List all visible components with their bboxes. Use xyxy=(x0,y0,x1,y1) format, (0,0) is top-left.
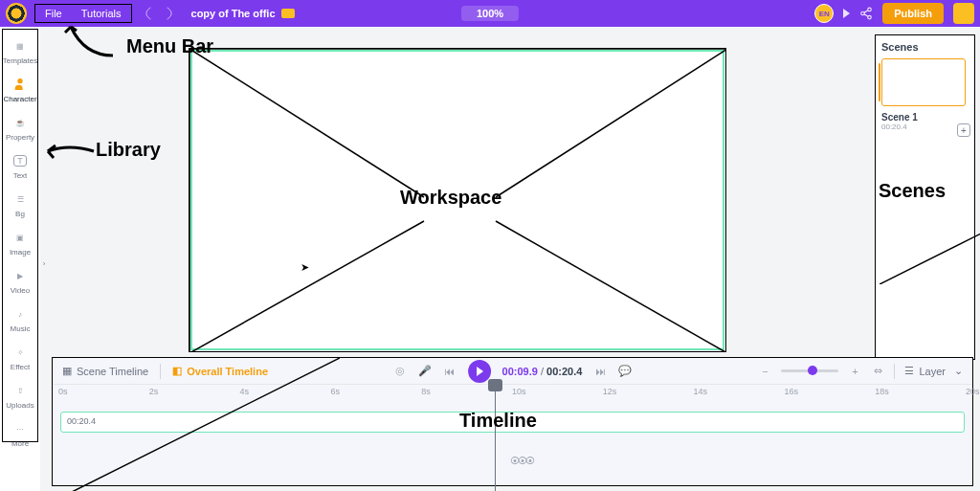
zoom-in-icon[interactable]: + xyxy=(848,365,861,378)
add-scene-button[interactable]: + xyxy=(957,123,970,137)
sidebar-item-more[interactable]: ⋯More xyxy=(0,415,40,454)
play-button[interactable] xyxy=(468,360,491,383)
sidebar-item-label: Character xyxy=(3,95,36,103)
tab-label: Scene Timeline xyxy=(77,366,148,377)
cursor-icon: ➤ xyxy=(301,261,309,274)
sidebar-item-image[interactable]: ▣Image xyxy=(0,224,40,262)
subtitle-icon[interactable]: 💬 xyxy=(618,365,632,378)
chevron-down-icon: ⌄ xyxy=(954,365,963,377)
sidebar-item-text[interactable]: TText xyxy=(0,147,40,186)
sidebar-item-character[interactable]: Character xyxy=(0,71,40,109)
title-badge-icon xyxy=(281,9,295,18)
sidebar-item-label: Video xyxy=(11,286,30,295)
undo-icon[interactable] xyxy=(143,7,156,20)
next-icon[interactable]: ⏭ xyxy=(593,365,607,378)
sidebar-item-label: Music xyxy=(11,324,31,333)
zoom-out-icon[interactable]: − xyxy=(758,365,771,378)
scenes-title: Scenes xyxy=(881,41,969,53)
image-icon: ▣ xyxy=(12,230,28,245)
timeline-tracks[interactable]: 00:20.4 ⦿⦿⦿ xyxy=(53,402,972,469)
timeline-panel: ▦Scene Timeline ◧Overall Timeline ◎ 🎤 ⏮ … xyxy=(52,357,973,486)
sidebar-item-uploads[interactable]: ⇧Uploads xyxy=(0,377,40,415)
track-row[interactable]: 00:20.4 xyxy=(60,412,965,433)
expand-sidebar-icon[interactable]: › xyxy=(40,249,48,278)
file-menu[interactable]: File xyxy=(35,5,72,22)
sidebar-item-label: Effect xyxy=(11,363,30,371)
redo-icon[interactable] xyxy=(160,7,173,20)
bg-icon: ☰ xyxy=(12,191,28,207)
sidebar-item-property[interactable]: ☕Property xyxy=(0,109,40,147)
templates-icon: ▦ xyxy=(12,38,28,54)
sidebar-item-label: Text xyxy=(13,171,28,180)
more-icon: ⋯ xyxy=(12,421,28,436)
fit-icon[interactable]: ⇔ xyxy=(871,365,884,378)
track-duration: 00:20.4 xyxy=(67,416,96,426)
timeline-tab-icon: ◧ xyxy=(172,365,182,377)
app-logo-icon[interactable] xyxy=(6,3,27,24)
language-button[interactable]: EN xyxy=(814,4,834,23)
workspace-canvas[interactable] xyxy=(190,50,724,350)
publish-button[interactable]: Publish xyxy=(882,3,944,24)
timeline-ruler[interactable]: 0s2s4s6s8s10s12s14s16s18s20s xyxy=(53,385,972,402)
library-sidebar: ▦Templates Character ☕Property TText ☰Bg… xyxy=(0,27,40,491)
sidebar-item-music[interactable]: ♪Music xyxy=(0,301,40,339)
sidebar-item-label: Property xyxy=(6,133,34,142)
grip-icon[interactable]: ⦿⦿⦿ xyxy=(510,456,533,466)
svg-line-4 xyxy=(864,14,868,16)
svg-point-1 xyxy=(861,11,865,15)
layer-label: Layer xyxy=(919,366,946,377)
property-icon: ☕ xyxy=(12,115,28,130)
svg-point-2 xyxy=(868,15,872,19)
sidebar-item-label: Uploads xyxy=(6,401,33,410)
svg-point-0 xyxy=(868,8,872,11)
layer-icon: ☰ xyxy=(904,365,914,377)
scene-duration: 00:20.4 xyxy=(881,123,969,131)
sidebar-item-label: Image xyxy=(10,248,31,257)
tab-overall-timeline[interactable]: ◧Overall Timeline xyxy=(172,365,268,377)
timeline-tab-icon: ▦ xyxy=(62,365,72,377)
layer-dropdown[interactable]: ☰Layer⌄ xyxy=(904,365,963,377)
video-icon: ▶ xyxy=(12,268,28,283)
playhead[interactable] xyxy=(495,379,496,491)
main-area: ➤ Scenes Scene 1 00:20.4 + ▦Scene Timeli… xyxy=(40,27,980,491)
svg-line-11 xyxy=(880,141,980,284)
mic-tool-icon[interactable]: 🎤 xyxy=(418,365,432,378)
sidebar-item-bg[interactable]: ☰Bg xyxy=(0,186,40,224)
svg-line-3 xyxy=(864,11,868,12)
zoom-slider[interactable] xyxy=(781,369,838,372)
sidebar-item-label: Bg xyxy=(15,210,25,218)
project-title[interactable]: copy of The offic xyxy=(191,8,276,19)
tab-scene-timeline[interactable]: ▦Scene Timeline xyxy=(62,365,148,377)
tutorials-menu[interactable]: Tutorials xyxy=(72,5,131,22)
preview-icon[interactable] xyxy=(843,9,850,18)
prev-icon[interactable]: ⏮ xyxy=(443,365,457,378)
scenes-panel: Scenes Scene 1 00:20.4 + xyxy=(875,34,975,360)
effect-icon: ✧ xyxy=(12,345,28,360)
camera-tool-icon[interactable]: ◎ xyxy=(393,365,407,378)
sidebar-item-effect[interactable]: ✧Effect xyxy=(0,339,40,377)
scene-name: Scene 1 xyxy=(881,112,969,123)
share-icon[interactable] xyxy=(859,7,873,20)
uploads-icon: ⇧ xyxy=(12,383,28,398)
music-icon: ♪ xyxy=(12,306,28,322)
menu-bar: File Tutorials copy of The offic 100% EN… xyxy=(0,0,980,27)
tab-label: Overall Timeline xyxy=(187,366,268,377)
scenes-annotation-diag xyxy=(880,141,980,284)
sidebar-item-label: Templates xyxy=(3,56,37,65)
sidebar-item-templates[interactable]: ▦Templates xyxy=(0,33,40,71)
text-icon: T xyxy=(12,153,28,168)
character-icon xyxy=(12,77,28,92)
scene-thumbnail[interactable] xyxy=(881,58,966,106)
svg-point-5 xyxy=(17,78,22,83)
sidebar-item-label: More xyxy=(11,439,29,448)
zoom-level[interactable]: 100% xyxy=(461,6,519,21)
sidebar-item-video[interactable]: ▶Video xyxy=(0,262,40,301)
user-avatar[interactable] xyxy=(953,3,974,24)
timeline-time: 00:09.9 / 00:20.4 xyxy=(502,366,583,377)
